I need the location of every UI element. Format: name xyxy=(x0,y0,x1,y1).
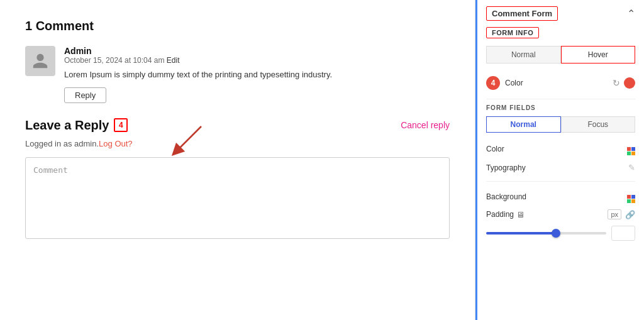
field-typography-label: Typography xyxy=(486,163,526,172)
comment-date: October 15, 2024 at 10:04 am Edit xyxy=(64,56,450,65)
comment-item: Admin October 15, 2024 at 10:04 am Edit … xyxy=(25,46,450,103)
padding-controls: px 🔗 xyxy=(608,209,635,219)
field-typography-row: Typography ✎ xyxy=(486,159,635,176)
right-panel: Comment Form ⌃ FORM INFO Normal Hover 4 … xyxy=(475,0,644,320)
color-row: 4 Color ↻ xyxy=(486,72,635,94)
padding-label-wrapper: Padding 🖥 xyxy=(486,210,525,219)
field-color-controls xyxy=(627,143,635,155)
px-badge: px xyxy=(608,209,621,219)
comment-text: Lorem Ipsum is simply dummy text of the … xyxy=(64,69,450,81)
field-color-row: Color xyxy=(486,139,635,159)
collapse-icon[interactable]: ⌃ xyxy=(627,8,635,19)
tab-hover-top[interactable]: Hover xyxy=(561,46,636,63)
leave-reply-section: Leave a Reply 4 Cancel reply Logged in a… xyxy=(25,118,450,241)
slider-track[interactable] xyxy=(486,232,606,234)
log-out-link[interactable]: Log Out? xyxy=(99,139,133,148)
leave-reply-title: Leave a Reply xyxy=(25,118,109,133)
link-icon[interactable]: 🔗 xyxy=(625,210,635,219)
comment-author: Admin xyxy=(64,46,450,56)
field-color-label: Color xyxy=(486,145,504,153)
background-grid-icon[interactable] xyxy=(627,190,635,203)
tab-normal-top[interactable]: Normal xyxy=(486,46,561,63)
comment-meta: Admin October 15, 2024 at 10:04 am Edit … xyxy=(64,46,450,103)
logged-in-text: Logged in as admin.Log Out? xyxy=(25,139,450,148)
form-info-tabs: Normal Hover xyxy=(486,46,635,63)
form-fields-tabs: Normal Focus xyxy=(486,116,635,133)
field-padding-row: Padding 🖥 px 🔗 xyxy=(486,207,635,222)
tab-focus-fields[interactable]: Focus xyxy=(561,116,636,133)
slider-input[interactable] xyxy=(611,226,635,241)
field-background-row: Background xyxy=(486,187,635,207)
avatar xyxy=(25,46,55,76)
color-dot[interactable] xyxy=(624,77,635,89)
tab-normal-fields[interactable]: Normal xyxy=(486,116,561,133)
slider-row xyxy=(486,222,635,245)
color-label: Color xyxy=(505,79,523,87)
reset-icon[interactable]: ↻ xyxy=(613,78,620,88)
right-panel-inner: Comment Form ⌃ FORM INFO Normal Hover 4 … xyxy=(477,0,644,251)
left-panel: 1 Comment Admin October 15, 2024 at 10:0… xyxy=(0,0,475,320)
step-badge-box: 4 xyxy=(114,118,128,132)
leave-reply-title-wrapper: Leave a Reply 4 xyxy=(25,118,128,133)
comment-count: 1 Comment xyxy=(25,19,450,33)
reply-button[interactable]: Reply xyxy=(64,87,106,103)
monitor-icon: 🖥 xyxy=(516,210,525,219)
color-controls: ↻ xyxy=(613,77,635,89)
user-icon xyxy=(31,52,49,70)
color-grid-icon[interactable] xyxy=(627,143,635,155)
field-background-controls xyxy=(627,190,635,203)
leave-reply-header: Leave a Reply 4 Cancel reply xyxy=(25,118,450,133)
slider-thumb[interactable] xyxy=(552,229,560,238)
form-fields-heading: FORM FIELDS xyxy=(486,104,635,111)
step-badge-circle: 4 xyxy=(486,76,500,90)
panel-header: Comment Form ⌃ xyxy=(486,6,635,21)
comment-textarea[interactable] xyxy=(25,157,450,239)
divider xyxy=(486,99,635,99)
divider2 xyxy=(486,181,635,182)
arrow-indicator xyxy=(164,120,214,158)
field-typography-controls: ✎ xyxy=(628,163,635,172)
padding-label: Padding xyxy=(486,210,514,219)
form-info-badge: FORM INFO xyxy=(486,27,539,38)
cancel-reply-link[interactable]: Cancel reply xyxy=(401,120,450,130)
edit-link[interactable]: Edit xyxy=(167,56,180,65)
pencil-icon[interactable]: ✎ xyxy=(628,163,635,172)
field-background-label: Background xyxy=(486,192,526,201)
svg-line-0 xyxy=(176,126,201,152)
panel-title: Comment Form xyxy=(486,6,558,21)
